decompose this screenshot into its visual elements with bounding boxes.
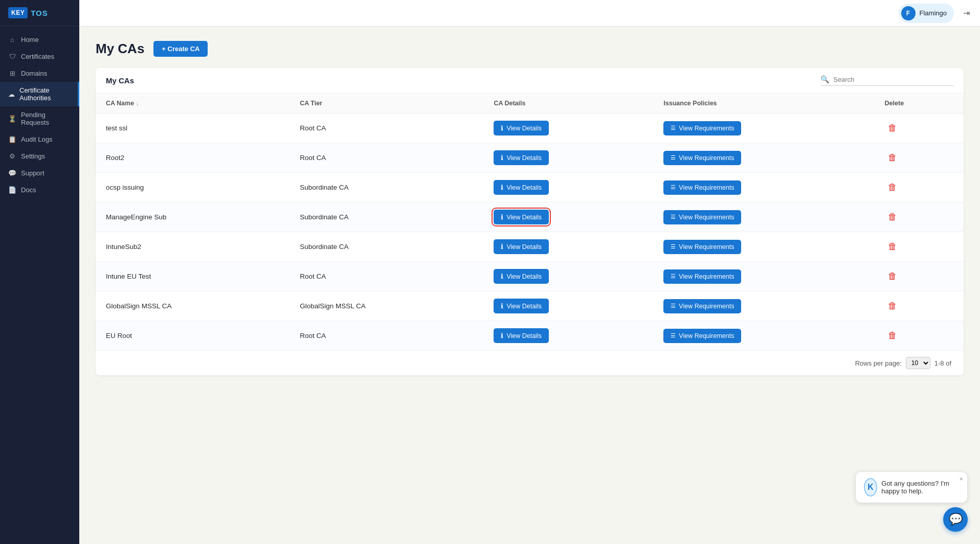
rows-per-page-select[interactable]: 10 25 50: [906, 357, 930, 369]
ca-tier-cell: Root CA: [289, 321, 483, 351]
nav-icon-domains: ⊞: [8, 70, 16, 77]
sidebar-item-audit-logs[interactable]: 📋 Audit Logs: [0, 131, 79, 148]
create-ca-button[interactable]: + Create CA: [153, 41, 208, 57]
delete-button[interactable]: 🗑: [885, 240, 900, 253]
delete-cell: 🗑: [875, 321, 964, 351]
chat-avatar-row: K Got any questions? I'm happy to help.: [864, 478, 959, 496]
delete-cell: 🗑: [875, 173, 964, 202]
ca-table: CA Name↓CA TierCA DetailsIssuance Polici…: [96, 94, 964, 350]
ca-details-cell: ℹ View Details: [483, 143, 653, 173]
table-row: test sslRoot CAℹ View Details☰ View Requ…: [96, 114, 964, 143]
table-card: My CAs 🔍 CA Name↓CA TierCA DetailsIssuan…: [96, 68, 964, 375]
top-bar: F Flamingo ⇥: [79, 0, 980, 27]
delete-button[interactable]: 🗑: [885, 211, 900, 223]
ca-tier-cell: Subordinate CA: [289, 173, 483, 202]
ca-tier-cell: Root CA: [289, 114, 483, 143]
delete-button[interactable]: 🗑: [885, 122, 900, 134]
pagination-range: 1-8 of: [934, 359, 951, 367]
sort-arrow-ca_name: ↓: [136, 100, 139, 106]
issuance-policies-cell: ☰ View Requirements: [653, 173, 874, 202]
issuance-policies-cell: ☰ View Requirements: [653, 202, 874, 232]
view-details-button[interactable]: ℹ View Details: [494, 269, 549, 284]
col-header-delete: Delete: [875, 94, 964, 114]
ca-name-cell: Intune EU Test: [96, 262, 289, 291]
col-header-ca_name[interactable]: CA Name↓: [96, 94, 289, 114]
logout-icon[interactable]: ⇥: [963, 8, 970, 18]
col-header-ca_tier: CA Tier: [289, 94, 483, 114]
table-footer: Rows per page: 10 25 50 1-8 of: [96, 350, 964, 375]
view-requirements-button[interactable]: ☰ View Requirements: [663, 121, 741, 135]
ca-name-cell: GlobalSign MSSL CA: [96, 291, 289, 321]
sidebar-item-settings[interactable]: ⚙ Settings: [0, 148, 79, 165]
issuance-policies-cell: ☰ View Requirements: [653, 321, 874, 351]
view-details-button[interactable]: ℹ View Details: [494, 299, 549, 313]
delete-cell: 🗑: [875, 262, 964, 291]
ca-tier-cell: Root CA: [289, 143, 483, 173]
table-row: GlobalSign MSSL CAGlobalSign MSSL CAℹ Vi…: [96, 291, 964, 321]
sidebar-item-domains[interactable]: ⊞ Domains: [0, 65, 79, 82]
ca-details-cell: ℹ View Details: [483, 291, 653, 321]
view-details-button[interactable]: ℹ View Details: [494, 121, 549, 135]
sidebar-item-certificate-authorities[interactable]: ☁ Certificate Authorities: [0, 82, 79, 106]
ca-tier-cell: Subordinate CA: [289, 202, 483, 232]
nav-label-home: Home: [21, 36, 39, 43]
sidebar-item-docs[interactable]: 📄 Docs: [0, 182, 79, 198]
chat-open-button[interactable]: 💬: [943, 507, 968, 532]
table-subtitle: My CAs: [106, 76, 134, 85]
view-details-button[interactable]: ℹ View Details: [494, 239, 549, 254]
table-header-row: CA Name↓CA TierCA DetailsIssuance Polici…: [96, 94, 964, 114]
issuance-policies-cell: ☰ View Requirements: [653, 291, 874, 321]
nav-label-certificate-authorities: Certificate Authorities: [19, 86, 70, 102]
issuance-policies-cell: ☰ View Requirements: [653, 143, 874, 173]
search-wrap: 🔍: [820, 75, 953, 86]
search-input[interactable]: [833, 76, 946, 83]
ca-details-cell: ℹ View Details: [483, 202, 653, 232]
table-body: test sslRoot CAℹ View Details☰ View Requ…: [96, 114, 964, 351]
nav-icon-certificate-authorities: ☁: [8, 90, 15, 98]
ca-details-cell: ℹ View Details: [483, 173, 653, 202]
view-requirements-button[interactable]: ☰ View Requirements: [663, 240, 741, 254]
chat-close-icon[interactable]: ×: [959, 475, 963, 483]
nav-icon-certificates: 🛡: [8, 53, 16, 60]
delete-button[interactable]: 🗑: [885, 270, 900, 283]
nav-label-settings: Settings: [21, 152, 45, 160]
chat-message: Got any questions? I'm happy to help.: [881, 480, 959, 495]
delete-button[interactable]: 🗑: [885, 300, 900, 312]
sidebar-item-pending-requests[interactable]: ⏳ Pending Requests: [0, 106, 79, 131]
view-requirements-button[interactable]: ☰ View Requirements: [663, 299, 741, 313]
table-row: ManageEngine SubSubordinate CAℹ View Det…: [96, 202, 964, 232]
delete-button[interactable]: 🗑: [885, 329, 900, 342]
view-requirements-button[interactable]: ☰ View Requirements: [663, 151, 741, 165]
page-content: My CAs + Create CA My CAs 🔍 CA Name↓CA T…: [79, 27, 980, 544]
view-requirements-button[interactable]: ☰ View Requirements: [663, 269, 741, 284]
table-row: Intune EU TestRoot CAℹ View Details☰ Vie…: [96, 262, 964, 291]
view-requirements-button[interactable]: ☰ View Requirements: [663, 210, 741, 224]
sidebar-item-home[interactable]: ⌂ Home: [0, 31, 79, 48]
logo-text: TOS: [31, 9, 48, 17]
ca-tier-cell: Root CA: [289, 262, 483, 291]
view-details-button[interactable]: ℹ View Details: [494, 180, 549, 195]
nav-icon-audit-logs: 📋: [8, 135, 16, 143]
ca-details-cell: ℹ View Details: [483, 232, 653, 262]
user-badge: F Flamingo: [899, 4, 954, 23]
view-details-button[interactable]: ℹ View Details: [494, 210, 549, 224]
ca-name-cell: Root2: [96, 143, 289, 173]
sidebar-item-certificates[interactable]: 🛡 Certificates: [0, 48, 79, 65]
nav-label-audit-logs: Audit Logs: [21, 135, 52, 143]
search-icon: 🔍: [820, 75, 829, 83]
delete-button[interactable]: 🗑: [885, 181, 900, 194]
view-details-button[interactable]: ℹ View Details: [494, 150, 549, 165]
view-requirements-button[interactable]: ☰ View Requirements: [663, 180, 741, 195]
table-row: ocsp issuingSubordinate CAℹ View Details…: [96, 173, 964, 202]
ca-name-cell: EU Root: [96, 321, 289, 351]
nav-icon-pending-requests: ⏳: [8, 115, 16, 123]
delete-button[interactable]: 🗑: [885, 151, 900, 164]
ca-name-cell: test ssl: [96, 114, 289, 143]
chat-widget: × K Got any questions? I'm happy to help…: [855, 471, 968, 532]
view-details-button[interactable]: ℹ View Details: [494, 328, 549, 343]
sidebar-item-support[interactable]: 💬 Support: [0, 165, 79, 182]
table-toolbar: My CAs 🔍: [96, 68, 964, 94]
view-requirements-button[interactable]: ☰ View Requirements: [663, 329, 741, 343]
nav-label-docs: Docs: [21, 186, 36, 194]
nav-label-pending-requests: Pending Requests: [21, 111, 71, 126]
